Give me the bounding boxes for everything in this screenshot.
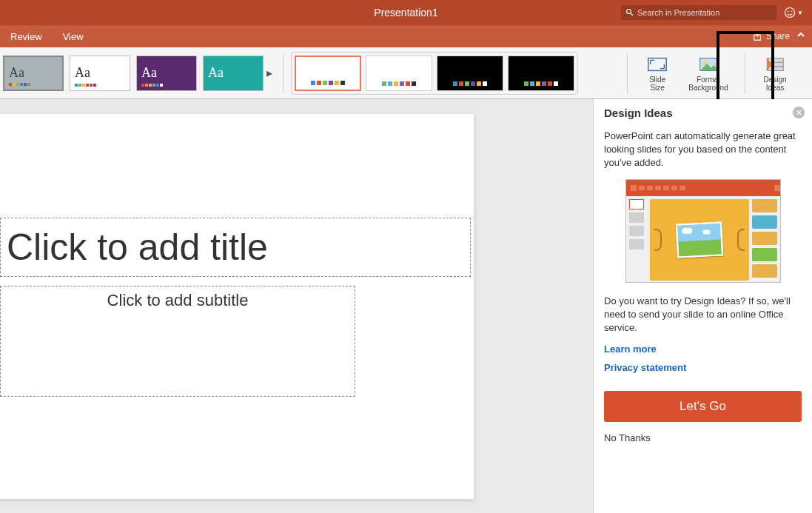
- chevron-up-icon: [796, 30, 806, 40]
- panel-intro-text: PowerPoint can automatically generate gr…: [604, 130, 802, 170]
- share-icon: [753, 31, 763, 41]
- design-ideas-button[interactable]: Design Ideas: [753, 53, 797, 93]
- slide-canvas-area: Click to add title Click to add subtitle: [0, 99, 593, 513]
- svg-point-2: [785, 8, 795, 18]
- learn-more-link[interactable]: Learn more: [604, 343, 802, 355]
- format-background-icon: [697, 55, 719, 74]
- chevron-down-icon: ▼: [797, 10, 803, 16]
- slide-size-icon: [646, 55, 668, 74]
- theme-thumb[interactable]: Aa: [3, 56, 64, 91]
- smile-icon: [784, 7, 796, 19]
- privacy-link[interactable]: Privacy statement: [604, 362, 802, 373]
- more-themes-button[interactable]: ▸: [264, 56, 275, 91]
- workspace: Click to add title Click to add subtitle…: [0, 99, 812, 513]
- share-button[interactable]: Share: [753, 31, 790, 41]
- variant-gallery: [291, 52, 578, 95]
- variant-thumb[interactable]: [366, 56, 432, 91]
- panel-prompt-text: Do you want to try Design Ideas? If so, …: [604, 295, 802, 335]
- close-icon: ✕: [796, 108, 802, 118]
- design-ideas-panel: ✕ Design Ideas PowerPoint can automatica…: [593, 99, 812, 513]
- tab-review[interactable]: Review: [0, 25, 53, 47]
- design-ideas-illustration: [625, 179, 781, 283]
- search-input[interactable]: [637, 8, 772, 17]
- design-ribbon: AaAaAaAa ▸ Slide Size Format Background …: [0, 47, 812, 99]
- collapse-ribbon-button[interactable]: [796, 30, 806, 43]
- panel-title: Design Ideas: [604, 107, 802, 119]
- window-title: Presentation1: [374, 7, 437, 19]
- ribbon-separator: [745, 53, 745, 93]
- tab-view[interactable]: View: [53, 25, 94, 47]
- slide-size-button[interactable]: Slide Size: [635, 53, 680, 93]
- close-panel-button[interactable]: ✕: [793, 107, 805, 118]
- theme-thumb[interactable]: Aa: [136, 56, 197, 91]
- ribbon-separator: [627, 53, 628, 93]
- variant-thumb[interactable]: [508, 56, 574, 91]
- svg-line-1: [631, 13, 633, 16]
- theme-thumb[interactable]: Aa: [203, 56, 264, 91]
- no-thanks-button[interactable]: No Thanks: [604, 432, 802, 443]
- variant-thumb[interactable]: [295, 56, 361, 91]
- search-icon: [625, 8, 634, 17]
- svg-point-0: [627, 10, 631, 14]
- subtitle-placeholder[interactable]: Click to add subtitle: [0, 286, 355, 397]
- theme-thumb[interactable]: Aa: [70, 56, 130, 91]
- design-ideas-icon: [764, 55, 786, 74]
- svg-point-4: [791, 11, 793, 13]
- variant-thumb[interactable]: [437, 56, 503, 91]
- feedback-smile-button[interactable]: ▼: [784, 7, 803, 19]
- ribbon-separator: [283, 53, 283, 93]
- svg-point-3: [788, 11, 789, 13]
- slide[interactable]: Click to add title Click to add subtitle: [0, 114, 474, 499]
- lets-go-button[interactable]: Let's Go: [604, 391, 802, 422]
- search-field[interactable]: [621, 5, 776, 20]
- title-placeholder[interactable]: Click to add title: [0, 218, 471, 277]
- theme-gallery: AaAaAaAa: [3, 56, 264, 91]
- ribbon-tabs: Review View Share: [0, 25, 812, 47]
- format-background-button[interactable]: Format Background: [680, 53, 737, 93]
- title-bar: Presentation1 ▼: [0, 0, 812, 25]
